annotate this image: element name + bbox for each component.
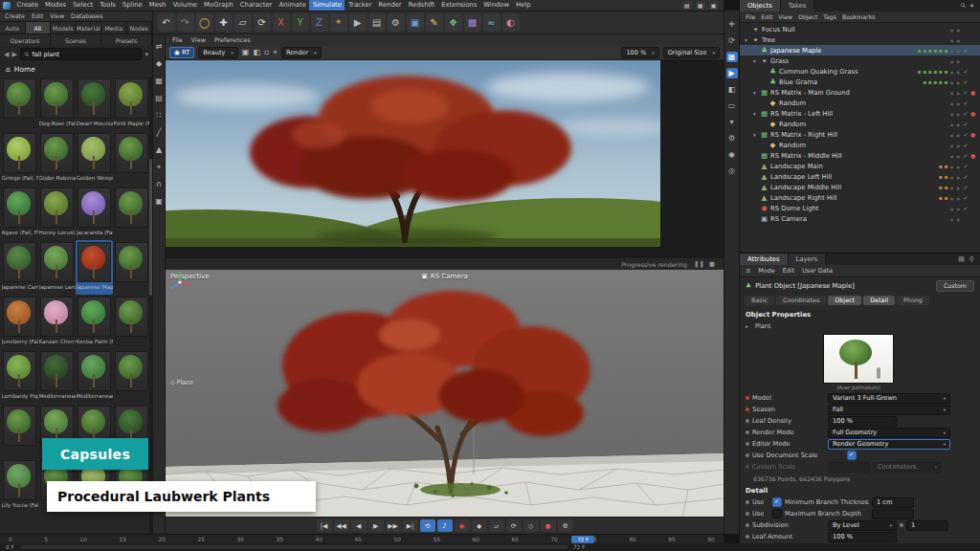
solo-icon[interactable]: ◎: [726, 165, 738, 176]
menu-item[interactable]: Spline: [119, 0, 145, 11]
renderview-menu-item[interactable]: View: [191, 36, 206, 44]
plant-asset-item[interactable]: Jacaranda (Fall, Plant): [76, 186, 113, 240]
attribute-mode-item[interactable]: Mode: [758, 267, 774, 275]
expand-arrow-icon[interactable]: ▾: [753, 111, 760, 117]
keyframe-dot[interactable]: [746, 430, 749, 434]
object-manager-menu-item[interactable]: Edit: [761, 13, 772, 20]
render-settings-button[interactable]: ⚙: [388, 13, 405, 32]
material-tag-chips[interactable]: ▪▪: [939, 163, 949, 169]
material-tag-chips[interactable]: ▪▪: [939, 173, 949, 180]
asset-menu-item[interactable]: Edit: [32, 12, 43, 19]
min-branch-checkbox[interactable]: [772, 497, 782, 507]
object-name[interactable]: Landscape Right Hill: [770, 194, 837, 202]
attribute-manager-tab[interactable]: Attributes: [740, 253, 789, 265]
search-icon[interactable]: ⚲: [959, 1, 968, 10]
asset-browser-tab[interactable]: Auto: [0, 22, 26, 33]
object-name[interactable]: RS Camera: [770, 215, 807, 223]
render-view-button[interactable]: ▶: [349, 13, 367, 32]
object-name[interactable]: RS Matrix - Right Hill: [770, 131, 837, 139]
plant-asset-item[interactable]: Mediterranean Dwarf...: [76, 349, 113, 404]
visibility-dots[interactable]: [949, 141, 962, 149]
range-start-field[interactable]: 0 F: [0, 543, 20, 551]
material-tag-chips[interactable]: ▪▪▪▪▪▪: [918, 68, 949, 75]
edges-mode-icon[interactable]: ╱: [153, 127, 165, 138]
object-row[interactable]: ◆ Random ✓: [740, 119, 980, 129]
enable-check-icon[interactable]: ✓: [962, 68, 969, 75]
breadcrumb[interactable]: ⌂ Home: [0, 62, 152, 77]
attribute-section-tab[interactable]: Phong: [897, 296, 929, 305]
expand-arrow-icon[interactable]: ▾: [753, 58, 760, 64]
simulate-icon[interactable]: ≈: [483, 13, 501, 32]
enable-check-icon[interactable]: ✓: [962, 184, 969, 190]
plant-asset-item[interactable]: Dwarf Mountain Pine (F...: [76, 77, 113, 131]
visibility-dots[interactable]: [949, 172, 962, 181]
next-frame-button[interactable]: ▶▶: [386, 519, 401, 532]
attribute-section-tab[interactable]: Object: [828, 296, 861, 305]
visibility-dots[interactable]: [949, 120, 962, 128]
season-dropdown[interactable]: Fall: [828, 405, 950, 415]
camera-rotate-icon[interactable]: ⟳: [726, 35, 738, 46]
goto-start-button[interactable]: |◀: [317, 519, 332, 532]
pixel-probe-icon[interactable]: ⌖: [273, 48, 278, 57]
menu-item[interactable]: Character: [236, 0, 276, 11]
visibility-dots[interactable]: [949, 162, 962, 170]
custom-button[interactable]: Custom: [936, 280, 974, 292]
plant-asset-item[interactable]: Japanese Larch (Fall, P...: [38, 240, 76, 295]
keyframe-dot[interactable]: [746, 535, 749, 539]
object-manager-menu-item[interactable]: Object: [798, 13, 817, 20]
object-manager-menu-item[interactable]: View: [778, 13, 792, 20]
material-tag-chips[interactable]: ▪▪: [939, 184, 949, 190]
interface-icon[interactable]: ▤: [682, 1, 692, 10]
asset-menu-item[interactable]: View: [50, 12, 64, 19]
plant-asset-item[interactable]: Kentia Palm (Fall, Pla...: [76, 295, 113, 349]
visibility-dots[interactable]: [949, 183, 962, 191]
visibility-dots[interactable]: [949, 109, 962, 118]
object-row[interactable]: ▾ ⌖ Grass: [740, 55, 980, 66]
viewport-filter-icon[interactable]: ▾: [726, 117, 738, 127]
move-tool-icon[interactable]: ✚: [215, 13, 233, 32]
viewport-settings-icon[interactable]: ⚙: [726, 133, 738, 143]
enable-check-icon[interactable]: ✓: [962, 99, 969, 106]
attribute-manager-tab[interactable]: Layers: [789, 253, 827, 265]
object-row[interactable]: ♣ Common Quaking Grass ▪▪▪▪▪▪ ✓: [740, 66, 980, 77]
visibility-dots[interactable]: [949, 56, 962, 65]
object-name[interactable]: Random: [779, 121, 806, 128]
nav-forward-icon[interactable]: ▶: [11, 51, 16, 58]
render-to-picture-viewer-button[interactable]: ▤: [368, 13, 386, 32]
enable-check-icon[interactable]: ✓: [962, 78, 969, 85]
convert-object-icon[interactable]: ⇄: [153, 41, 165, 52]
object-name[interactable]: Grass: [770, 57, 789, 65]
mograph-icon[interactable]: ❖: [445, 13, 462, 32]
attribute-mode-item[interactable]: User Data: [802, 267, 833, 275]
perspective-viewport[interactable]: Perspective ▣ RS Camera ⬦ Place: [166, 270, 724, 517]
object-row[interactable]: ♣ Japanese Maple ▪▪▪▪▪▪ ✓: [740, 45, 980, 55]
visibility-dots[interactable]: [949, 77, 962, 86]
object-name[interactable]: Landscape Middle Hill: [770, 184, 841, 191]
object-name[interactable]: Landscape Left Hill: [770, 173, 832, 181]
z-axis-toggle[interactable]: Z: [311, 13, 328, 32]
menu-item[interactable]: Tracker: [345, 0, 375, 11]
visibility-dots[interactable]: [949, 99, 962, 107]
object-row[interactable]: ▦ RS Matrix - Middle Hill ✓ ●: [740, 150, 980, 161]
asset-browser-tab[interactable]: Nodes: [127, 22, 153, 33]
object-row[interactable]: ▲ Landscape Left Hill ▪▪ ✓: [740, 171, 980, 182]
object-name[interactable]: Random: [779, 99, 806, 107]
attribute-section-tab[interactable]: Detail: [863, 296, 895, 305]
editor-mode-dropdown[interactable]: Render Geometry: [828, 439, 950, 450]
panel-menu-icon[interactable]: ▾: [969, 2, 976, 10]
view-toggle-icon[interactable]: ▦: [726, 52, 738, 62]
object-name[interactable]: RS Matrix - Middle Hill: [770, 152, 842, 160]
asset-menu-item[interactable]: Databases: [71, 12, 102, 19]
keyframe-dot[interactable]: [746, 442, 749, 446]
attribute-mode-item[interactable]: Edit: [783, 267, 794, 275]
enable-check-icon[interactable]: ✓: [962, 205, 969, 211]
scale-tool-icon[interactable]: ▱: [234, 13, 252, 32]
min-branch-field[interactable]: 1 cm: [872, 497, 914, 508]
expand-arrow-icon[interactable]: ▾: [753, 132, 760, 138]
expand-arrow-icon[interactable]: ▾: [753, 90, 760, 96]
enable-check-icon[interactable]: ✓: [962, 163, 969, 169]
pause-icon[interactable]: ❚❚: [694, 260, 704, 268]
subdivision-level-field[interactable]: 1: [906, 520, 948, 531]
timeline-playhead[interactable]: 72 F: [571, 536, 594, 543]
volume-icon[interactable]: ▩: [464, 13, 481, 32]
